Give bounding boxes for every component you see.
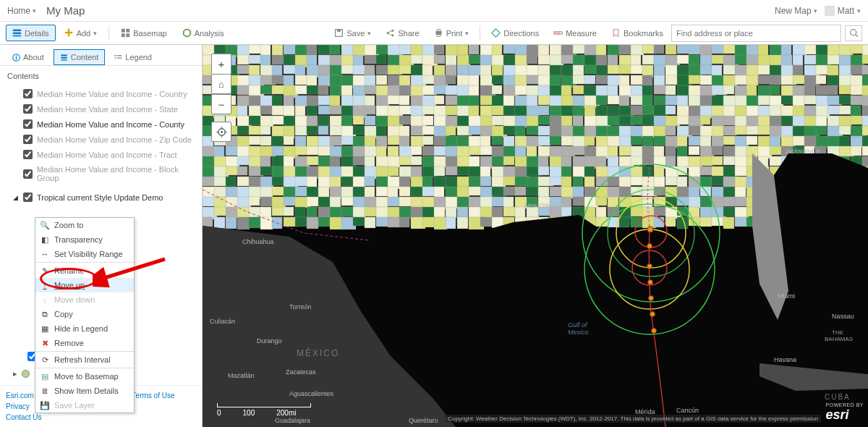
svg-rect-144 (746, 55, 760, 66)
details-button[interactable]: Details (6, 25, 56, 41)
svg-rect-49 (318, 45, 330, 54)
svg-rect-718 (677, 156, 690, 168)
svg-rect-21 (554, 32, 562, 34)
svg-rect-974 (284, 207, 294, 216)
menu-zoom-to[interactable]: 🔍Zoom to (35, 218, 134, 232)
footer-link[interactable]: Esri.com (6, 392, 34, 399)
group-layer[interactable]: ◢Tropical current Style Update Demo (4, 190, 197, 205)
map-canvas[interactable]: MÉXICO Gulf ofMexico THEBAHAMAS CUBA Chi… (203, 45, 868, 427)
footer-link[interactable]: Terms of Use (132, 392, 175, 399)
locate-button[interactable] (211, 122, 231, 142)
svg-rect-31 (61, 56, 67, 58)
svg-point-1118 (221, 131, 223, 133)
svg-rect-43 (249, 45, 261, 54)
svg-rect-464 (422, 116, 433, 125)
layer-checkbox[interactable] (23, 193, 33, 202)
svg-rect-659 (665, 146, 676, 157)
measure-button[interactable]: Measure (547, 25, 603, 41)
layer-item[interactable]: Median Home Value and Income - County (4, 117, 197, 132)
layer-checkbox[interactable] (23, 135, 33, 144)
svg-rect-807 (365, 177, 375, 186)
save-button[interactable]: Save▾ (328, 25, 378, 41)
layer-item[interactable]: Median Home Value and Income - Block Gro… (4, 162, 197, 185)
tab-content[interactable]: Content (54, 49, 106, 65)
svg-rect-247 (596, 75, 608, 84)
menu-rename[interactable]: ✎Rename (35, 263, 134, 278)
menu-hide-legend[interactable]: ▦Hide in Legend (35, 321, 134, 336)
svg-rect-199 (712, 65, 722, 76)
layer-item[interactable]: Median Home Value and Income - Zip Code (4, 132, 197, 147)
svg-rect-111 (365, 55, 377, 64)
menu-remove[interactable]: ✖Remove (35, 336, 134, 350)
layer-checkbox[interactable] (23, 104, 33, 114)
bookmarks-button[interactable]: Bookmarks (605, 25, 670, 41)
analysis-button[interactable]: Analysis (176, 25, 231, 41)
layer-item[interactable]: Median Home Value and Income - Country (4, 86, 197, 101)
layer-checkbox[interactable] (23, 119, 33, 129)
svg-rect-1071 (735, 217, 747, 227)
svg-rect-67 (527, 45, 538, 56)
tab-about[interactable]: About (6, 49, 51, 65)
search-input-wrapper (671, 25, 841, 42)
home-extent-button[interactable]: ⌂ (211, 74, 231, 94)
menu-move-up[interactable]: ↑Move up (35, 278, 134, 292)
svg-line-15 (388, 30, 392, 32)
menu-refresh-interval[interactable]: ⟳Refresh Interval (35, 352, 134, 367)
user-menu[interactable]: Matt▾ (825, 6, 861, 16)
svg-rect-530 (515, 126, 525, 138)
layer-checkbox[interactable] (23, 89, 33, 98)
svg-point-1091 (650, 312, 655, 317)
search-button[interactable] (845, 25, 862, 41)
zoom-out-button[interactable]: − (211, 94, 231, 114)
svg-line-26 (855, 35, 857, 37)
collapse-icon[interactable]: ◢ (13, 194, 19, 201)
menu-item-details[interactable]: 🗎Show Item Details (35, 384, 134, 398)
svg-rect-717 (665, 156, 676, 167)
menu-transparency[interactable]: ◧Transparency (35, 232, 134, 247)
svg-rect-176 (446, 65, 456, 77)
basemap-button[interactable]: Basemap (114, 25, 173, 41)
svg-rect-305 (596, 85, 608, 96)
menu-visibility-range[interactable]: ↔Set Visibility Range (35, 247, 134, 261)
svg-rect-188 (584, 65, 596, 74)
footer-link[interactable]: Privacy (6, 402, 30, 410)
layer-item[interactable]: Median Home Value and Income - State (4, 101, 197, 117)
svg-rect-832 (654, 177, 665, 188)
home-link[interactable]: Home▾ (7, 6, 36, 16)
svg-rect-1044 (422, 217, 435, 227)
menu-move-to-basemap[interactable]: ▤Move to Basemap (35, 369, 134, 384)
svg-rect-311 (665, 85, 676, 95)
svg-rect-409 (457, 106, 470, 117)
svg-rect-981 (365, 207, 376, 216)
share-button[interactable]: Share (379, 25, 425, 41)
svg-rect-511 (295, 126, 307, 135)
print-button[interactable]: Print▾ (427, 25, 476, 41)
svg-rect-354 (492, 96, 505, 106)
menu-copy[interactable]: ⧉Copy (35, 307, 134, 321)
svg-rect-431 (712, 106, 725, 117)
svg-rect-59 (434, 45, 444, 54)
svg-rect-391 (249, 106, 261, 117)
new-map-link[interactable]: New Map▾ (775, 6, 817, 16)
svg-rect-326 (839, 85, 851, 94)
svg-point-1094 (647, 264, 652, 269)
svg-rect-680 (237, 156, 250, 165)
add-button[interactable]: Add▾ (58, 25, 104, 41)
svg-rect-951 (689, 197, 702, 208)
map-nav-controls: + ⌂ − (211, 54, 231, 142)
layer-item[interactable]: Median Home Value and Income - Tract (4, 147, 197, 162)
tab-legend[interactable]: Legend (108, 49, 158, 65)
svg-rect-420 (584, 106, 595, 117)
expand-icon[interactable]: ▸ (13, 369, 17, 379)
search-input[interactable] (672, 29, 841, 38)
footer-link[interactable]: Contact Us (6, 413, 41, 421)
directions-button[interactable]: Directions (485, 25, 545, 41)
zoom-in-button[interactable]: + (211, 54, 231, 74)
svg-rect-458 (353, 116, 364, 124)
svg-rect-183 (527, 65, 539, 75)
layer-checkbox[interactable] (23, 150, 33, 159)
transparency-icon: ◧ (40, 234, 50, 245)
layer-checkbox[interactable] (23, 169, 33, 179)
svg-rect-397 (318, 106, 330, 114)
svg-rect-878 (515, 187, 526, 195)
